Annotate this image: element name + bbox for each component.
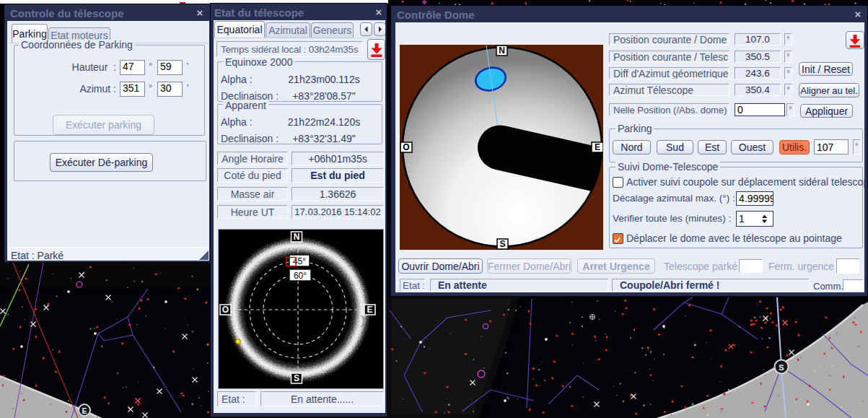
svg-text:60°: 60° bbox=[294, 271, 307, 281]
svg-text:S: S bbox=[294, 373, 299, 383]
svg-text:O: O bbox=[222, 305, 229, 315]
svg-text:E: E bbox=[367, 305, 372, 315]
svg-text:N: N bbox=[294, 232, 300, 242]
svg-text:O: O bbox=[403, 142, 409, 152]
svg-text:E: E bbox=[595, 142, 600, 152]
svg-text:E: E bbox=[82, 406, 87, 415]
svg-text:N: N bbox=[499, 45, 505, 56]
svg-text:S: S bbox=[499, 239, 505, 249]
svg-text:S: S bbox=[779, 363, 784, 372]
